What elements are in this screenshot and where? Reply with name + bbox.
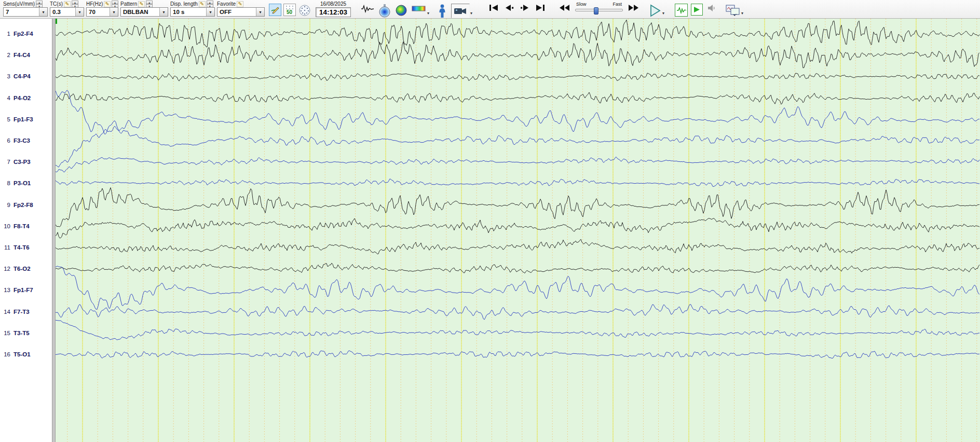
vertical-scrollbar[interactable] — [52, 19, 56, 442]
highfreq-select[interactable]: 70 ▾ — [86, 7, 118, 17]
channel-label: Fp1-F3 — [13, 116, 33, 122]
chevron-down-icon[interactable]: ▾ — [159, 8, 168, 16]
skip-to-start-icon — [488, 4, 499, 11]
pattern-spinner[interactable]: ▲▼ — [146, 1, 153, 8]
timeconstant-group: TC(s) ✎ ▲▼ 0.3 ▾ — [50, 1, 84, 17]
chevron-down-icon[interactable]: ▾ — [662, 11, 664, 16]
channel-row-T4-T6[interactable]: 11T4-T6 — [0, 243, 52, 252]
channel-label: F8-T4 — [13, 223, 30, 229]
channel-number: 11 — [0, 244, 10, 251]
edit-pencil-icon[interactable]: ✎ — [64, 1, 71, 7]
display-length-select[interactable]: 10 s ▾ — [170, 7, 215, 17]
3d-head-icon — [395, 4, 407, 17]
channel-row-T3-T5[interactable]: 15T3-T5 — [0, 328, 52, 338]
dual-display-button[interactable] — [725, 4, 741, 17]
chevron-down-icon[interactable]: ▾ — [256, 8, 264, 16]
sensitivity-select[interactable]: 7 ▾ — [3, 7, 48, 17]
channel-row-Fp2-F4[interactable]: 1Fp2-F4 — [0, 29, 52, 38]
channel-number: 16 — [0, 351, 10, 357]
step-forward-button[interactable] — [519, 4, 530, 12]
channel-number: 13 — [0, 287, 10, 293]
channel-row-F3-C3[interactable]: 6F3-C3 — [0, 136, 52, 145]
audio-button[interactable] — [707, 4, 717, 12]
sensitivity-group: Sens(uV/mm) ▲▼ 7 ▾ — [3, 1, 48, 17]
display-length-spinner[interactable]: ▲▼ — [207, 1, 213, 8]
speed-slider[interactable]: Slow Fast — [575, 2, 623, 11]
spin-up-icon[interactable]: ▲ — [36, 1, 43, 4]
channel-number: 5 — [0, 116, 10, 122]
chevron-down-icon[interactable]: ▾ — [39, 8, 47, 16]
channel-row-F4-C4[interactable]: 2F4-C4 — [0, 50, 52, 60]
electrode-map-button[interactable] — [298, 4, 311, 17]
notch-filter-50-button[interactable]: 50 — [283, 4, 296, 16]
3d-map-button[interactable] — [394, 4, 408, 17]
chevron-down-icon[interactable]: ▾ — [75, 8, 84, 16]
channel-label: F4-C4 — [13, 52, 30, 58]
edit-pencil-icon[interactable]: ✎ — [104, 1, 111, 7]
pattern-select[interactable]: DBLBAN ▾ — [120, 7, 168, 17]
spin-up-icon[interactable]: ▲ — [146, 1, 153, 4]
eeg-view-button[interactable] — [360, 4, 375, 14]
annotation-pen-icon — [270, 5, 280, 15]
chevron-down-icon[interactable]: ▾ — [741, 11, 743, 16]
channel-row-F7-T3[interactable]: 14F7-T3 — [0, 307, 52, 316]
skip-to-end-button[interactable] — [535, 4, 546, 12]
spin-up-icon[interactable]: ▲ — [207, 1, 213, 4]
display-length-group: Disp. length ✎ ▲▼ 10 s ▾ — [170, 1, 215, 17]
highfreq-spinner[interactable]: ▲▼ — [112, 1, 118, 8]
chevron-down-icon[interactable]: ▾ — [427, 11, 429, 16]
play-review-button[interactable] — [691, 4, 703, 16]
timeconstant-spinner[interactable]: ▲▼ — [72, 1, 78, 8]
channel-row-T6-O2[interactable]: 12T6-O2 — [0, 264, 52, 273]
channel-row-T5-O1[interactable]: 16T5-O1 — [0, 350, 52, 359]
review-eeg-button[interactable] — [675, 4, 688, 17]
channel-row-P3-O1[interactable]: 8P3-O1 — [0, 178, 52, 188]
patient-info-button[interactable] — [438, 4, 447, 19]
fast-forward-icon — [628, 4, 639, 11]
edit-pencil-icon[interactable]: ✎ — [199, 1, 206, 7]
timeconstant-select[interactable]: 0.3 ▾ — [50, 7, 84, 17]
fast-forward-button[interactable] — [627, 4, 639, 12]
step-back-button[interactable] — [503, 4, 515, 12]
channel-row-Fp1-F7[interactable]: 13Fp1-F7 — [0, 285, 52, 295]
edit-pencil-icon[interactable]: ✎ — [237, 1, 243, 7]
channel-label-panel: 1Fp2-F42F4-C43C4-P44P4-O25Fp1-F36F3-C37C… — [0, 19, 52, 442]
play-button[interactable] — [649, 4, 662, 18]
colormap-button[interactable] — [411, 4, 427, 13]
speed-slider-thumb[interactable] — [594, 7, 598, 15]
sensitivity-spinner[interactable]: ▲▼ — [36, 1, 43, 8]
eeg-trace-area — [56, 19, 980, 442]
favorite-select[interactable]: OFF ▾ — [217, 7, 265, 17]
channel-row-Fp1-F3[interactable]: 5Fp1-F3 — [0, 115, 52, 124]
channel-label: C4-P4 — [13, 73, 31, 79]
skip-to-start-button[interactable] — [488, 4, 499, 12]
topography-head-icon — [378, 4, 391, 18]
channel-row-C3-P3[interactable]: 7C3-P3 — [0, 157, 52, 167]
spin-up-icon[interactable]: ▲ — [112, 1, 118, 4]
channel-row-Fp2-F8[interactable]: 9Fp2-F8 — [0, 200, 52, 210]
rewind-button[interactable] — [559, 4, 571, 12]
highfreq-value: 70 — [87, 9, 110, 15]
channel-number: 8 — [0, 180, 10, 186]
highfreq-label: HF(Hz) — [86, 1, 103, 7]
spin-up-icon[interactable]: ▲ — [72, 1, 78, 4]
channel-row-F8-T4[interactable]: 10F8-T4 — [0, 222, 52, 231]
pattern-value: DBLBAN — [121, 9, 159, 15]
channel-label: F7-T3 — [13, 309, 30, 315]
annotation-pen-button[interactable] — [269, 4, 281, 16]
eeg-trace-canvas[interactable] — [56, 19, 980, 442]
channel-label: Fp2-F4 — [13, 31, 33, 37]
play-icon — [649, 4, 661, 17]
channel-number: 10 — [0, 223, 10, 229]
video-button[interactable] — [451, 4, 470, 18]
rewind-icon — [559, 4, 570, 11]
green-eeg-wave-icon — [676, 7, 687, 14]
chevron-down-icon[interactable]: ▾ — [206, 8, 214, 16]
channel-row-P4-O2[interactable]: 4P4-O2 — [0, 93, 52, 103]
chevron-down-icon[interactable]: ▾ — [110, 8, 118, 16]
channel-row-C4-P4[interactable]: 3C4-P4 — [0, 72, 52, 81]
topography-map-button[interactable] — [378, 4, 391, 18]
edit-pencil-icon[interactable]: ✎ — [138, 1, 145, 7]
chevron-down-icon[interactable]: ▾ — [470, 11, 472, 16]
speed-slider-track[interactable] — [575, 9, 623, 11]
